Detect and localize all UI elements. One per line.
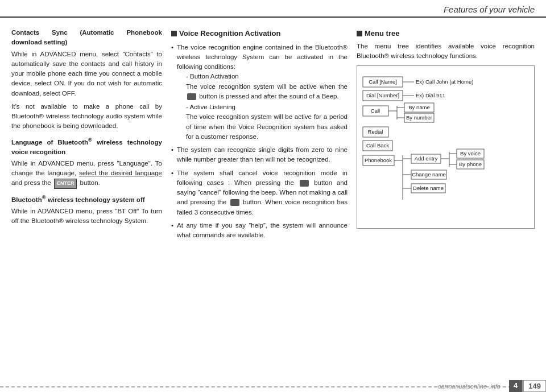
menu-tree-intro: The menu tree identifies available voice…: [357, 42, 535, 61]
enter-button-label: ENTER: [54, 179, 77, 189]
svg-text:Call [Name]: Call [Name]: [369, 79, 397, 85]
square-bullet-icon2: [357, 31, 362, 36]
svg-text:Delete name: Delete name: [413, 185, 444, 191]
bullet2: The system can recognize single digits f…: [171, 145, 348, 165]
menu-tree-svg: Call [Name] Ex) Call John (at Home) Dial…: [362, 72, 527, 220]
svg-text:By phone: By phone: [459, 161, 482, 167]
section3-title: Bluetooth® wireless technology system of…: [11, 193, 162, 205]
svg-text:Phonebook: Phonebook: [365, 157, 392, 163]
footer-logo: carmanualsonline .info: [438, 383, 500, 390]
svg-text:By number: By number: [406, 114, 432, 121]
section1-p1: While in ADVANCED menu, select “Contacts…: [11, 49, 162, 98]
page-number-box: 4 149: [509, 380, 546, 392]
svg-text:Redial: Redial: [368, 129, 383, 135]
middle-section-title: Voice Recognition Activation: [171, 28, 348, 39]
page-footer: carmanualsonline .info 4 149: [0, 386, 546, 392]
section2-p1: While in ADVANCED menu, press "Language"…: [11, 159, 162, 189]
main-content: Contacts Sync (Automatic Phonebook downl…: [0, 18, 546, 367]
page-header: Features of your vehicle: [0, 0, 546, 18]
section3-p1: While in ADVANCED menu, press “BT Off” T…: [11, 207, 162, 226]
svg-text:Add entry: Add entry: [415, 155, 438, 162]
svg-text:Call: Call: [371, 108, 380, 114]
bullet4: At any time if you say “help”, the syste…: [171, 221, 348, 241]
section1-title: Contacts Sync (Automatic Phonebook downl…: [11, 28, 162, 48]
middle-column: Voice Recognition Activation The voice r…: [171, 28, 348, 361]
svg-text:By voice: By voice: [460, 150, 481, 156]
page-number: 149: [523, 380, 546, 392]
phone-icon: [187, 93, 196, 100]
right-column: Menu tree The menu tree identifies avail…: [357, 28, 535, 361]
page-section-number: 4: [509, 380, 522, 392]
page-title: Features of your vehicle: [444, 5, 535, 14]
svg-text:Ex) Dial 911: Ex) Dial 911: [416, 92, 445, 98]
section1-p2: It’s not available to make a phone call …: [11, 102, 162, 131]
bullet1: The voice recognition engine contained i…: [171, 43, 348, 142]
footer-logo-area: carmanualsonline .info: [438, 383, 500, 390]
menu-tree-diagram: Call [Name] Ex) Call John (at Home) Dial…: [357, 65, 535, 229]
bullet3: The system shall cancel voice recognitio…: [171, 168, 348, 217]
svg-text:By name: By name: [408, 104, 430, 110]
svg-text:Ex) Call John (at Home): Ex) Call John (at Home): [416, 79, 473, 85]
left-column: Contacts Sync (Automatic Phonebook downl…: [11, 28, 162, 361]
svg-text:Change name: Change name: [412, 171, 446, 178]
right-section-title: Menu tree: [357, 28, 535, 39]
phone-icon2: [300, 180, 309, 187]
end-call-icon: [230, 199, 239, 206]
square-bullet-icon: [171, 31, 177, 36]
svg-text:Call Back: Call Back: [366, 142, 389, 148]
svg-text:Dial [Number]: Dial [Number]: [366, 92, 399, 98]
sub2: Active Listening The voice recognition s…: [177, 102, 348, 142]
section2-title: Language of Bluetooth® wireless technolo…: [11, 136, 162, 157]
sub1: Button Activation The voice recognition …: [177, 72, 348, 101]
